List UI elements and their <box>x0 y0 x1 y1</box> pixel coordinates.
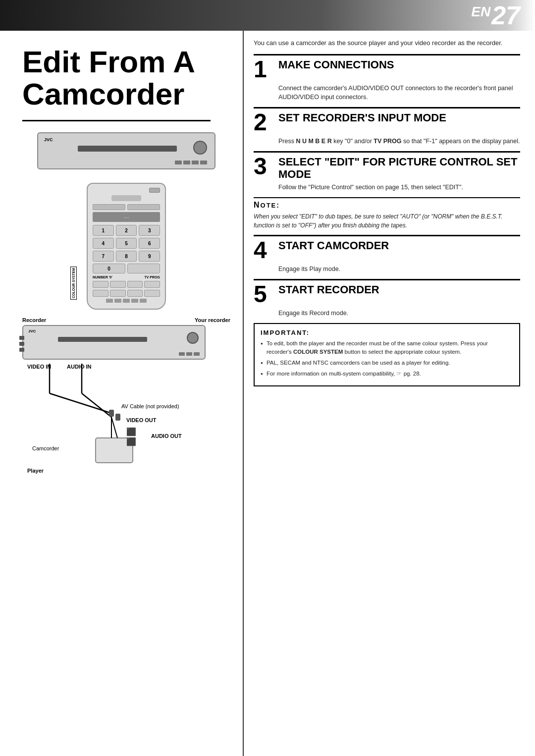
important-box: Important: To edit, both the player and … <box>254 323 520 386</box>
vcr-brand-label: JVC <box>44 137 53 142</box>
important-item-2: PAL, SECAM and NTSC camcorders can be us… <box>261 359 513 368</box>
main-title: Edit From A Camcorder <box>22 46 230 110</box>
remote-play-btn-4 <box>131 299 138 303</box>
vcr-eject-btn <box>193 141 207 155</box>
connection-diagram: VIDEO IN AUDIO IN AV Cable (not provided… <box>22 364 215 487</box>
tv-prog-label: TV PROG <box>144 275 160 279</box>
vcr-small-btns <box>175 161 207 164</box>
en-label: EN <box>471 4 490 20</box>
remote-btn-row1-2 <box>127 204 160 210</box>
vcr-small-btn-1 <box>175 161 182 164</box>
remote-ctrl-5 <box>93 290 108 297</box>
player-label: Player <box>27 468 44 474</box>
remote-num-0: 0 <box>93 264 125 273</box>
recorder-connectors <box>19 336 24 352</box>
remote-num-4: 4 <box>93 238 114 249</box>
recorder-slot <box>58 337 147 342</box>
step-2-header: 2 Set Recorder's Input Mode <box>254 107 520 134</box>
remote-play-btn-5 <box>140 299 147 303</box>
remote-ctrl-6 <box>110 290 126 297</box>
step-1-title: Make Connections <box>278 57 394 71</box>
remote-ctrl-1 <box>93 281 108 288</box>
connector-1 <box>19 336 24 340</box>
important-title: Important: <box>261 329 513 336</box>
step-4-header: 4 Start Camcorder <box>254 235 520 262</box>
intro-text: You can use a camcorder as the source pl… <box>254 38 520 48</box>
step-3-number: 3 <box>254 155 273 178</box>
remote-power-btn <box>149 188 160 193</box>
remote-play-btn-2 <box>114 299 121 303</box>
vcr-small-btn-2 <box>183 161 190 164</box>
vcr-slot <box>78 146 177 152</box>
remote-num-1: 1 <box>93 225 114 236</box>
step-4-body: Engage its Play mode. <box>278 265 520 274</box>
remote-ctrl-4 <box>144 281 160 288</box>
step-1-body: Connect the camcorder's AUDIO/VIDEO OUT … <box>278 84 520 103</box>
remote-play-btn-3 <box>123 299 130 303</box>
note-title: NOTE: <box>254 201 520 210</box>
recorder-btn-1 <box>179 352 185 356</box>
step-4-section: 4 Start Camcorder Engage its Play mode. <box>254 235 520 274</box>
note-body: When you select "EDIT" to dub tapes, be … <box>254 212 520 230</box>
remote-play-btn-1 <box>106 299 113 303</box>
connector-2 <box>19 342 24 346</box>
remote-num-3: 3 <box>139 225 160 236</box>
number-label: NUMBER '0' <box>93 275 112 279</box>
remote-num-7: 7 <box>93 251 114 262</box>
remote-illustration: COLOUR SYSTEM ---- 1 <box>77 183 176 310</box>
step-5-header: 5 Start Recorder <box>254 279 520 306</box>
video-in-label: VIDEO IN <box>27 364 51 370</box>
your-recorder-label: Your recorder <box>195 317 230 323</box>
recorder-circle-btn <box>187 332 199 344</box>
video-out-label: VIDEO OUT <box>126 417 157 423</box>
vcr-small-btn-3 <box>192 161 199 164</box>
step-5-section: 5 Start Recorder Engage its Record mode. <box>254 279 520 318</box>
step-2-title: Set Recorder's Input Mode <box>278 110 446 124</box>
av-cable-label: AV Cable (not provided) <box>121 403 179 409</box>
recorder-label-row: Recorder Your recorder <box>22 317 230 323</box>
remote-body: ---- 1 2 3 4 5 6 7 8 9 0 <box>87 183 166 310</box>
remote-extra-btn <box>127 264 160 273</box>
audio-out-text-label: AUDIO OUT <box>151 433 182 439</box>
note-section: NOTE: When you select "EDIT" to dub tape… <box>254 197 520 230</box>
recorder-vcr-wrapper: JVC <box>22 325 215 360</box>
connection-svg <box>22 364 215 487</box>
step-4-title: Start Camcorder <box>278 238 389 252</box>
remote-num-2: 2 <box>116 225 137 236</box>
vcr-small-btn-4 <box>200 161 207 164</box>
step-3-section: 3 Select "Edit" For Picture Control Set … <box>254 151 520 192</box>
plug-icon-2: ⬛ <box>126 437 136 446</box>
remote-btn-row1-1 <box>93 204 125 210</box>
step-3-body: Follow the "Picture Control" section on … <box>278 183 520 192</box>
remote-num-5: 5 <box>116 238 137 249</box>
remote-numpad: 1 2 3 4 5 6 7 8 9 <box>93 225 160 262</box>
step-1-section: 1 Make Connections Connect the camcorder… <box>254 54 520 103</box>
recorder-brand: JVC <box>28 329 36 333</box>
connector-3 <box>19 348 24 352</box>
recorder-btn-3 <box>194 352 200 356</box>
step-5-number: 5 <box>254 282 273 306</box>
remote-labels-row: NUMBER '0' TV PROG <box>93 275 160 279</box>
remote-display: ---- <box>93 212 160 222</box>
step-2-section: 2 Set Recorder's Input Mode Press N U M … <box>254 107 520 146</box>
colour-system-label: COLOUR SYSTEM <box>70 267 77 300</box>
step-5-title: Start Recorder <box>278 282 379 296</box>
recorder-label: Recorder <box>22 317 46 323</box>
svg-rect-7 <box>109 410 114 417</box>
important-item-3: For more information on multi-system com… <box>261 370 513 378</box>
page-number: 27 <box>491 2 520 28</box>
recorder-btns <box>179 352 200 356</box>
plug-icon-1: ⬛ <box>126 427 136 436</box>
header-bar: EN 27 <box>0 0 535 31</box>
recorder-vcr-body: JVC <box>22 325 206 360</box>
important-body: To edit, both the player and the recorde… <box>261 339 513 378</box>
step-1-header: 1 Make Connections <box>254 54 520 81</box>
vcr-body: JVC <box>37 132 215 169</box>
remote-top-btn <box>111 195 141 201</box>
svg-rect-8 <box>115 414 120 421</box>
remote-ctrl-8 <box>144 290 160 297</box>
important-item-1: To edit, both the player and the recorde… <box>261 339 513 357</box>
vcr-buttons-right <box>193 141 207 155</box>
vcr-illustration: JVC <box>32 127 220 177</box>
step-3-title: Select "Edit" For Picture Control Set Mo… <box>278 155 520 181</box>
